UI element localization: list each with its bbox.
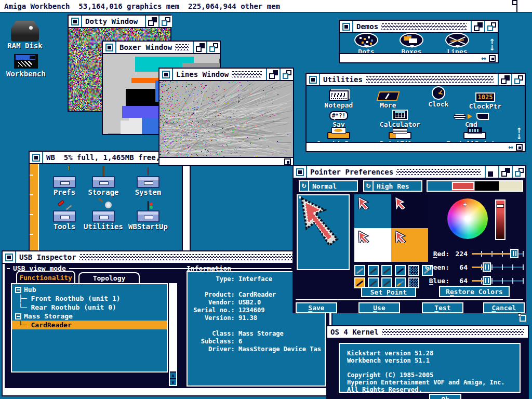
brightness-slider[interactable]	[495, 200, 506, 240]
tree-item-mass-storage[interactable]: Mass Storage	[12, 312, 167, 321]
cycle-icon: ↻	[364, 181, 374, 191]
depth-gadget[interactable]	[145, 16, 158, 27]
save-button[interactable]: Save	[296, 302, 337, 313]
workbench-disk-icon[interactable]: Workbench	[1, 54, 51, 78]
zoom-gadget[interactable]	[158, 16, 172, 27]
cancel-button[interactable]: Cancel	[483, 302, 525, 313]
zoom-gadget[interactable]	[206, 42, 220, 53]
demos-icon-lines[interactable]: Lines	[429, 34, 486, 56]
horizontal-scroll-arrows-icon[interactable]: ↔	[508, 144, 513, 150]
use-button[interactable]: Use	[358, 302, 400, 313]
green-knob[interactable]	[483, 262, 491, 272]
wb-right-scrollbar[interactable]	[182, 164, 190, 254]
drag-bar-pattern[interactable]	[79, 254, 314, 260]
blue-slider[interactable]	[472, 276, 524, 285]
pointer-preset-thumb[interactable]	[368, 265, 379, 276]
collapse-icon[interactable]	[15, 313, 21, 320]
depth-gadget[interactable]	[498, 166, 512, 178]
palette-swatch[interactable]	[499, 181, 523, 191]
color-wheel[interactable]	[447, 198, 488, 239]
kernel-titlebar[interactable]: OS 4 Kernel	[327, 326, 528, 339]
os4-kernel-window: OS 4 Kernel Kickstart version 51.28 Work…	[326, 325, 529, 399]
size-gadget[interactable]	[516, 144, 523, 151]
palette-swatch[interactable]	[475, 181, 499, 191]
usb-tree-scrollbar[interactable]: ∧ ∨	[169, 283, 177, 386]
scrollbar-track[interactable]	[170, 284, 176, 371]
utilities-icon-notepad[interactable]: Notepad	[310, 87, 367, 109]
green-slider[interactable]	[472, 262, 524, 272]
calculator-icon	[392, 110, 408, 120]
tree-item-front-roothub[interactable]: Front Roothub (unit 1)	[12, 294, 167, 303]
vertical-scroll-arrows[interactable]: ↑↓	[486, 21, 498, 53]
green-slider-row: Green: 64	[420, 262, 524, 272]
close-gadget[interactable]	[3, 251, 16, 263]
printer-icon	[389, 132, 411, 139]
close-gadget[interactable]	[307, 74, 320, 85]
depth-gadget[interactable]	[498, 74, 511, 85]
pointer-preset-thumb[interactable]	[354, 265, 365, 276]
depth-gadget[interactable]	[266, 69, 280, 80]
collapse-icon[interactable]	[15, 287, 21, 293]
brightness-knob[interactable]	[497, 204, 504, 208]
tree-item-rear-roothub[interactable]: Rear Roothub (unit 0)	[12, 303, 167, 312]
dotty-titlebar[interactable]: Dotty Window	[69, 16, 170, 28]
wb-drawer-system[interactable]: System	[119, 167, 177, 196]
tab-topology[interactable]: Topology	[78, 272, 140, 283]
usb-titlebar[interactable]: USB Inspector	[3, 251, 331, 264]
tree-item-cardreader[interactable]: CardReader	[12, 321, 167, 329]
drag-bar-pattern[interactable]	[366, 76, 494, 83]
lines-titlebar[interactable]: Lines Window	[159, 69, 293, 81]
drag-bar-pattern[interactable]	[381, 23, 467, 30]
iconify-gadget[interactable]	[485, 166, 498, 178]
pointer-preset-thumb[interactable]	[408, 265, 419, 276]
test-button[interactable]: Test	[422, 302, 463, 313]
palette-swatch-selected[interactable]	[451, 181, 475, 191]
depth-gadget[interactable]	[471, 21, 484, 32]
drag-bar-pattern[interactable]	[232, 71, 262, 77]
close-gadget[interactable]	[294, 166, 307, 178]
close-gadget[interactable]	[159, 69, 173, 80]
resolution-cycle[interactable]: ↻ High Res	[363, 180, 422, 192]
boxer-titlebar[interactable]: Boxer Window	[103, 42, 220, 54]
utilities-titlebar[interactable]: Utilities	[307, 74, 525, 86]
close-gadget[interactable]	[69, 16, 82, 27]
depth-gadget[interactable]	[193, 42, 206, 53]
pointer-preset-thumb[interactable]	[381, 265, 392, 276]
tree-item-hub[interactable]: Hub	[12, 285, 167, 294]
drag-bar-pattern[interactable]	[382, 329, 524, 335]
pointer-palette[interactable]	[427, 180, 523, 192]
screen-depth-gadget[interactable]	[516, 0, 532, 12]
drag-bar-pattern[interactable]	[175, 44, 189, 50]
size-gadget[interactable]	[520, 315, 526, 322]
utilities-icon-more[interactable]: More	[360, 87, 417, 109]
zoom-gadget[interactable]	[280, 69, 293, 80]
close-gadget[interactable]	[340, 21, 353, 32]
wb-drawer-wbstartup[interactable]: WBStartUp	[119, 202, 177, 231]
close-gadget[interactable]	[30, 152, 43, 163]
menu-bar[interactable]: Amiga Workbench 53,164,016 graphics mem …	[0, 0, 532, 12]
vertical-scroll-arrows[interactable]: ↑↓	[513, 74, 525, 142]
size-gadget[interactable]	[284, 158, 291, 165]
horizontal-scroll-arrows-icon[interactable]: ↔	[481, 56, 486, 61]
set-point-button[interactable]: Set Point	[361, 287, 416, 297]
zoom-gadget[interactable]	[512, 166, 525, 178]
ok-button[interactable]: Ok	[429, 394, 461, 399]
restore-colors-button[interactable]: Restore Colors	[439, 286, 510, 297]
blue-knob[interactable]	[483, 276, 491, 285]
palette-swatch[interactable]	[428, 181, 451, 191]
tab-functionality[interactable]: Functionality	[16, 271, 75, 283]
demos-titlebar[interactable]: Demos	[340, 21, 498, 33]
ram-disk-icon[interactable]: RAM Disk	[3, 21, 47, 50]
close-gadget[interactable]	[103, 42, 116, 53]
pointer-preset-thumb[interactable]	[395, 265, 406, 276]
scroll-down-button[interactable]: ∨	[170, 378, 176, 385]
red-knob[interactable]	[510, 249, 518, 258]
size-gadget[interactable]	[489, 55, 496, 62]
pointer-type-cycle[interactable]: ↻ Normal	[299, 180, 358, 192]
pointer-prefs-titlebar[interactable]: Pointer Preferences	[294, 166, 525, 179]
pointer-edit-canvas[interactable]	[297, 194, 350, 270]
red-slider[interactable]	[472, 249, 524, 258]
drag-bar-pattern[interactable]	[396, 169, 481, 175]
scroll-up-button[interactable]: ∧	[170, 371, 176, 378]
cycle-icon: ↻	[300, 181, 309, 191]
